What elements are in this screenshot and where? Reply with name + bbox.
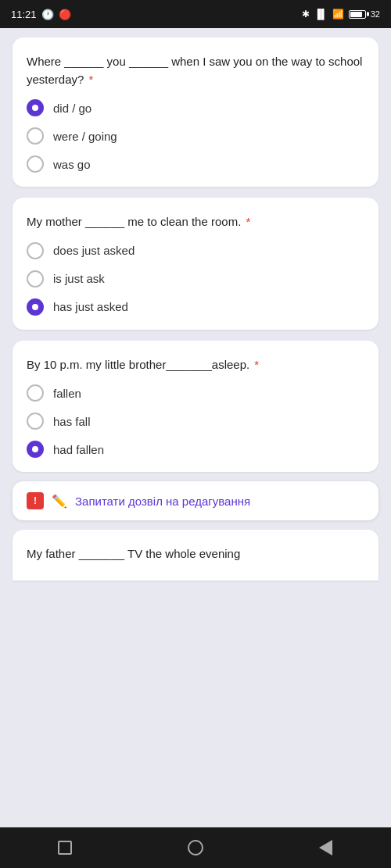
option-q1-1[interactable]: did / go — [27, 99, 364, 116]
edit-permission-label[interactable]: Запитати дозвіл на редагування — [75, 495, 250, 508]
radio-q2-3[interactable] — [27, 298, 44, 316]
option-label-q1-2: were / going — [53, 130, 117, 143]
radio-inner-q1-1 — [32, 105, 38, 111]
radio-q2-1[interactable] — [27, 242, 44, 259]
option-q2-3[interactable]: has just asked — [27, 298, 364, 316]
edit-pencil-icon: ✏️ — [52, 494, 67, 509]
option-q2-1[interactable]: does just asked — [27, 242, 364, 259]
nav-home-button[interactable] — [185, 837, 206, 859]
option-q3-2[interactable]: has fall — [27, 413, 364, 430]
alarm-icon: 🕐 — [41, 9, 54, 20]
nav-back-button[interactable] — [315, 837, 337, 859]
partial-question-text: My father _______ TV the whole evening — [27, 545, 364, 563]
radio-inner-q2-3 — [32, 304, 38, 310]
page-wrapper: 11:21 🕐 🔴 ✱ ▐▌ 📶 32 Where ______ you ___… — [0, 0, 391, 868]
option-q1-2[interactable]: were / going — [27, 127, 364, 145]
question-2-options: does just asked is just ask has just ask… — [27, 242, 364, 316]
bottom-nav — [0, 827, 391, 868]
radio-q3-1[interactable] — [27, 384, 44, 402]
wifi-icon: 📶 — [332, 9, 344, 20]
nav-square-button[interactable] — [54, 837, 76, 859]
status-left: 11:21 🕐 🔴 — [11, 9, 71, 20]
option-label-q3-1: fallen — [53, 387, 81, 400]
nav-square-icon — [58, 841, 72, 855]
option-q2-2[interactable]: is just ask — [27, 270, 364, 288]
radio-q1-2[interactable] — [27, 127, 44, 145]
option-q1-3[interactable]: was go — [27, 155, 364, 173]
notification-icon: 🔴 — [59, 9, 71, 20]
radio-q3-2[interactable] — [27, 413, 44, 430]
question-card-2: My mother ______ me to clean the room. *… — [13, 198, 378, 330]
status-bar: 11:21 🕐 🔴 ✱ ▐▌ 📶 32 — [0, 0, 391, 28]
signal-icon: ▐▌ — [314, 9, 328, 20]
option-label-q2-1: does just asked — [53, 244, 135, 257]
battery-icon — [349, 10, 366, 19]
option-label-q2-3: has just asked — [53, 300, 128, 313]
nav-triangle-icon — [319, 840, 332, 855]
required-star-3: * — [251, 358, 259, 371]
required-star-1: * — [85, 73, 93, 86]
option-q3-3[interactable]: had fallen — [27, 441, 364, 458]
radio-inner-q3-3 — [32, 446, 38, 452]
radio-q2-2[interactable] — [27, 270, 44, 288]
content-area: Where ______ you ______ when I saw you o… — [0, 28, 391, 827]
status-right: ✱ ▐▌ 📶 32 — [302, 9, 380, 20]
radio-q3-3[interactable] — [27, 441, 44, 458]
questions-container: Where ______ you ______ when I saw you o… — [0, 28, 391, 481]
required-star-2: * — [242, 215, 250, 228]
notif-dot: ! — [27, 492, 44, 509]
option-q3-1[interactable]: fallen — [27, 384, 364, 402]
time: 11:21 — [11, 9, 37, 20]
option-label-q3-3: had fallen — [53, 443, 104, 456]
question-1-text: Where ______ you ______ when I saw you o… — [27, 53, 364, 88]
nav-circle-icon — [188, 840, 203, 855]
option-label-q1-3: was go — [53, 158, 91, 171]
option-label-q3-2: has fall — [53, 415, 91, 428]
question-card-3: By 10 p.m. my little brother_______aslee… — [13, 341, 378, 473]
question-2-text: My mother ______ me to clean the room. * — [27, 213, 364, 231]
question-card-1: Where ______ you ______ when I saw you o… — [13, 38, 378, 187]
edit-permission-bar[interactable]: ! ✏️ Запитати дозвіл на редагування — [13, 481, 378, 520]
question-1-options: did / go were / going was go — [27, 99, 364, 173]
bluetooth-icon: ✱ — [302, 9, 310, 20]
radio-q1-3[interactable] — [27, 155, 44, 173]
partial-card: My father _______ TV the whole evening — [13, 530, 378, 580]
question-3-options: fallen has fall had fallen — [27, 384, 364, 458]
battery-percent: 32 — [371, 9, 380, 19]
question-3-text: By 10 p.m. my little brother_______aslee… — [27, 356, 364, 374]
radio-q1-1[interactable] — [27, 99, 44, 116]
option-label-q1-1: did / go — [53, 102, 91, 115]
option-label-q2-2: is just ask — [53, 272, 105, 285]
